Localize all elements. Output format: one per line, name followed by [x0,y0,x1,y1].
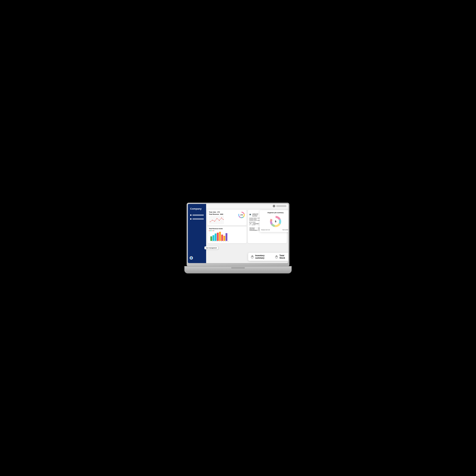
y-axis: 10 8 6 4 2 0 [209,232,210,241]
laptop-screen-body: Company 👤 [187,203,289,267]
sidebar-bar-2 [192,218,204,220]
inventory-title: Inventory summary [255,255,272,259]
service-record-card: Service Record 💻 Laptop Care My address … [248,210,287,243]
total-jobs-label: Total Jobs 179 [209,211,237,213]
bar-4 [217,233,219,241]
line-chart [209,216,224,224]
avatar[interactable]: 👤 [189,256,193,260]
donut-center-value: 179 [240,214,243,216]
customer-name: Customer Name: Aravind Gopal [249,218,285,219]
total-revenue-label: Total Revenue 3400 [209,213,237,215]
screen-content: Company 👤 [188,204,288,263]
svg-point-10 [212,220,213,220]
service-date-table: Service Date 12/7/2024 Case ID 671 [274,213,285,217]
svg-rect-31 [276,256,277,256]
bar-1 [210,236,212,241]
col-product: Product Name [252,223,260,224]
legend-5 [213,230,214,231]
for-laptop-care: For Laptop Care [249,226,285,227]
main-wrapper: Total Jobs 179 Total Revenue 3400 [206,204,288,263]
inventory-icon-right [275,255,278,259]
service-date-value: 12/7/2024 [281,214,285,215]
laptop-base [184,266,292,273]
bar-3 [215,234,217,241]
legend-dot-4 [212,230,213,231]
service-details-table: No Product Name Manufacturer Model Numbe… [249,223,285,225]
legend-dot-2 [210,230,211,231]
bar-5 [219,232,221,241]
header [206,204,288,208]
screen-bezel: Company 👤 [188,204,288,263]
legend-dot-5 [213,230,214,231]
header-user-circle[interactable] [273,205,275,207]
outstanding-value: 0.00 [258,230,261,231]
case-id-value: 671 [281,215,285,217]
service-header: 💻 Laptop Care My address PIN 67915 Serv [249,213,285,217]
laptop-icon: 💻 [249,213,251,216]
svg-point-9 [210,221,210,222]
total-stock-label: Total Stock [279,255,288,259]
legend-1 [209,230,210,231]
col-manufacturer: Manufacturer [260,223,268,224]
col-serial: Serial Number [277,223,285,224]
total-amount-value: 5600 [258,227,261,228]
bar-7 [223,236,225,241]
customer-phone: Customer Phone: 9876459076 [249,220,285,221]
bar-2 [213,235,214,241]
svg-point-14 [221,218,222,218]
sidebar-item-1[interactable] [189,214,205,217]
inventory-icon-left [251,255,254,259]
bar-chart-area: 10 8 6 4 2 0 [209,232,245,241]
sidebar-dot-2 [190,218,191,220]
service-address: My address [252,215,258,216]
svg-rect-32 [276,255,277,256]
bar-8 [225,233,227,241]
service-company-info: Laptop Care My address PIN 67915 [252,213,258,217]
col-no: No [249,223,252,224]
service-details-title: Service Details [249,221,285,223]
service-date-label: Service Date [275,214,280,215]
company-title: Company [188,206,206,213]
jobs-text: Total Jobs 179 Total Revenue 3400 [209,211,237,224]
sidebar-nav [188,213,206,221]
total-amount-label: Total Amount [249,227,258,228]
sidebar: Company 👤 [188,204,206,263]
svg-rect-28 [252,256,253,256]
x-axis-labels: 1710 Q1/8 Q1/8 Q1/8 Q2/8 Q2/8 Q3/8 Q4/8 [209,241,245,242]
service-pin: PIN 67915 [252,216,258,217]
sidebar-bar-1 [192,215,204,216]
header-search-bar[interactable] [276,205,287,207]
svg-rect-27 [251,256,254,258]
svg-point-15 [223,219,224,220]
legend-4 [212,230,213,231]
laptop-care-title: Laptop Care [252,213,258,215]
case-id-label: Case ID [275,215,280,217]
user-management-tooltip[interactable]: User management [204,246,218,249]
svg-point-11 [214,221,215,221]
customer-email: Customer Email: [249,219,285,220]
svg-rect-29 [252,255,253,256]
revenue-trends-card: Total Revenue trends [207,226,247,243]
service-record-title: Service Record [249,211,285,212]
jobs-donut-chart: 179 [238,211,245,219]
inventory-summary-card: Inventory summary [248,253,288,261]
svg-point-13 [219,220,220,221]
svg-rect-30 [275,256,278,258]
bar-chart [210,232,245,241]
dashboard: Total Jobs 179 Total Revenue 3400 [206,208,288,246]
table-row: 1 LAP TOP hp #20 E0021789345 [249,224,285,225]
chart-legend [209,230,245,231]
legend-2 [210,230,211,231]
sidebar-item-2[interactable] [189,218,205,220]
svg-point-12 [217,218,217,219]
sidebar-dot-1 [190,214,191,216]
laptop-mockup: Company 👤 [187,203,289,273]
amount-paid-value: 5600 [258,228,261,230]
legend-dot-1 [209,230,210,231]
amount-paid-label: Amount Paid [249,228,258,230]
trends-title: Total Revenue trends [209,228,245,229]
legend-3 [211,230,212,231]
main-content: Total Jobs 179 Total Revenue 3400 [206,204,288,246]
legend-dot-3 [211,230,212,231]
totals-table: Total Amount 5600 Amount Paid 5600 Outst… [249,227,261,231]
